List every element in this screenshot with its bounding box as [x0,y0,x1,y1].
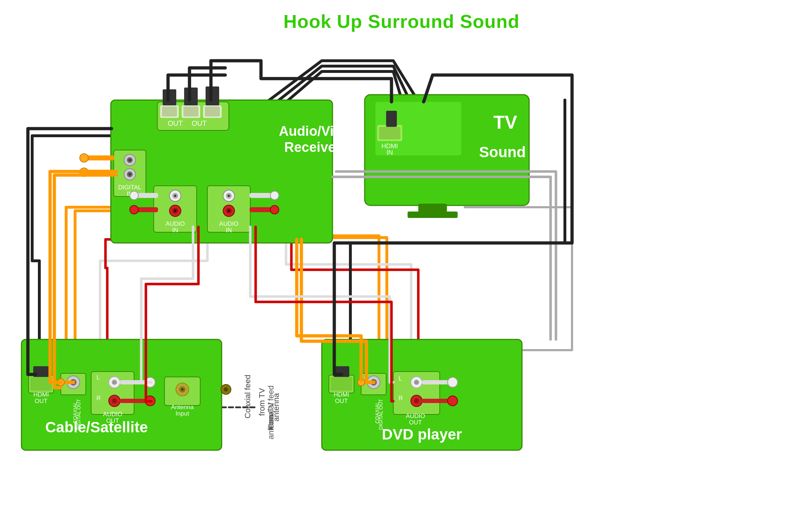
svg-rect-25 [86,155,114,160]
svg-text:Antenna: Antenna [171,404,194,411]
svg-rect-40 [136,207,158,212]
svg-point-22 [129,173,131,175]
svg-text:IN: IN [386,149,393,156]
svg-rect-10 [205,106,220,116]
svg-text:L: L [399,376,402,382]
svg-point-127 [414,380,419,385]
svg-text:Cable/Satellite: Cable/Satellite [45,419,148,436]
svg-point-108 [224,387,228,392]
svg-text:Input: Input [176,410,189,417]
svg-point-32 [174,195,176,197]
svg-text:from TV: from TV [257,388,266,416]
svg-rect-58 [408,212,458,218]
svg-point-19 [129,159,131,161]
svg-rect-8 [183,106,198,116]
svg-text:R: R [399,395,403,401]
svg-text:AUDIO: AUDIO [166,220,185,227]
svg-rect-112 [331,377,352,391]
svg-text:OUT: OUT [409,419,422,426]
svg-text:R: R [97,395,101,401]
svg-point-39 [130,191,138,200]
svg-point-130 [414,398,419,403]
svg-rect-133 [422,399,450,403]
svg-rect-51 [250,193,272,198]
svg-text:OUT: OUT [35,398,48,404]
svg-rect-53 [250,207,272,212]
svg-rect-90 [120,399,148,403]
svg-text:COAXIAL: COAXIAL [72,402,78,423]
svg-text:IN: IN [172,227,178,234]
svg-text:OUT: OUT [192,119,207,127]
svg-point-52 [270,191,279,200]
svg-text:OUT: OUT [106,417,119,424]
diagram: Audio/Video Receiver OUT OUT DIGITAL IN … [0,29,803,529]
svg-rect-62 [379,127,400,139]
svg-text:Audio/Video: Audio/Video [279,124,358,139]
svg-text:COAXIAL: COAXIAL [374,402,380,423]
svg-text:AUDIO: AUDIO [103,411,122,418]
svg-point-26 [80,154,88,162]
svg-text:OUT: OUT [168,119,183,127]
svg-text:HDMI: HDMI [33,391,49,398]
svg-point-35 [174,210,176,212]
svg-text:Sound off: Sound off [479,144,550,160]
svg-rect-38 [136,193,158,198]
svg-point-97 [181,388,183,391]
svg-text:antenna: antenna [266,411,275,439]
svg-text:L: L [97,374,100,381]
svg-text:Receiver: Receiver [284,140,341,155]
svg-point-54 [270,205,279,214]
svg-point-87 [112,398,117,403]
svg-text:Coaxial feed: Coaxial feed [243,375,252,418]
svg-text:HDMI: HDMI [334,391,349,398]
svg-text:AUDIO: AUDIO [219,220,238,227]
svg-text:TV: TV [493,112,517,133]
svg-text:OUT: OUT [335,398,348,404]
svg-rect-6 [162,106,177,116]
svg-text:AUDIO: AUDIO [406,413,425,419]
svg-text:DIGITAL: DIGITAL [118,184,142,191]
svg-rect-57 [418,204,447,213]
svg-text:DVD player: DVD player [382,426,462,443]
svg-point-134 [448,396,458,406]
svg-text:IN: IN [226,227,232,234]
svg-text:HDMI: HDMI [381,143,398,150]
svg-rect-65 [386,111,397,127]
page-title: Hook Up Surround Sound [0,0,803,32]
svg-point-84 [112,380,117,385]
svg-point-41 [130,205,138,214]
svg-rect-131 [422,380,450,384]
svg-point-45 [228,195,230,197]
svg-point-48 [228,210,230,212]
svg-point-132 [448,377,458,387]
